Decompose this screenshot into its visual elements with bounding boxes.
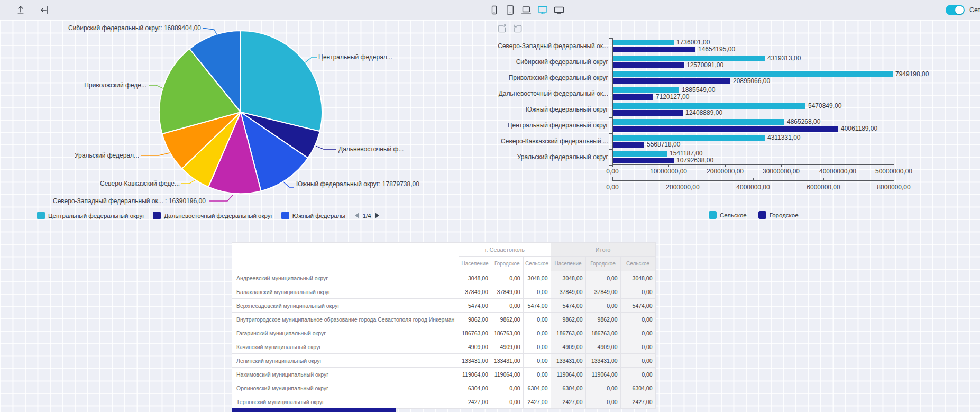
prev-arrow-icon [355, 213, 359, 218]
value-cell: 0,00 [620, 313, 655, 326]
bar-urban[interactable] [613, 47, 695, 52]
row-name-cell: Внутригородское муниципальное образовани… [232, 313, 459, 326]
bar-urban[interactable] [613, 142, 644, 148]
value-cell: 3048,00 [523, 271, 551, 285]
category-axis-tick [609, 70, 612, 70]
top-axis-tick [612, 164, 613, 167]
bar-urban[interactable] [613, 94, 653, 100]
top-axis-tick-label: 0,00 [581, 168, 644, 175]
value-cell: 9862,00 [491, 313, 523, 326]
grid-toggle[interactable] [946, 5, 965, 15]
pie-legend-item[interactable]: Центральный федеральный округ [37, 212, 144, 219]
value-cell: 0,00 [620, 285, 655, 299]
table-row[interactable]: Верхнесадовский муниципальный округ5474,… [232, 299, 656, 313]
pie-legend-item[interactable]: Дальневосточный федеральный округ [153, 212, 272, 219]
value-cell: 4909,00 [459, 340, 491, 354]
bottom-axis-tick-label: 4000000,00 [721, 184, 785, 191]
column-header[interactable]: Городское [585, 257, 620, 271]
legend-next-button[interactable] [375, 213, 379, 218]
grid-toggle-label: Сетка [969, 6, 980, 14]
column-header[interactable]: Сельское [523, 257, 551, 271]
value-cell: 119064,00 [551, 368, 585, 381]
column-header[interactable]: Городское [491, 257, 523, 271]
bottom-axis-tick-label: 0,00 [581, 184, 644, 191]
bar-rural[interactable] [613, 87, 679, 93]
category-axis-tick [609, 38, 612, 39]
bar-legend-item[interactable]: Сельское [709, 211, 747, 219]
bar-urban[interactable] [613, 110, 683, 116]
value-cell: 0,00 [491, 381, 523, 395]
table-row[interactable]: Внутригородское муниципальное образовани… [232, 313, 656, 326]
pie-callout-severozapadny: Северо-Западный федеральный ок... : 1639… [53, 197, 206, 205]
undo-zoom-icon [512, 23, 524, 34]
legend-swatch [153, 212, 161, 219]
top-axis-tick [668, 164, 669, 167]
bar-rural[interactable] [613, 71, 893, 77]
table-row[interactable]: Ленинский муниципальный округ133431,0013… [232, 354, 656, 368]
legend-swatch [709, 211, 717, 219]
value-cell: 37849,00 [551, 285, 585, 299]
device-phone-button[interactable] [487, 4, 501, 17]
category-axis-tick [609, 133, 612, 134]
box-zoom-icon [496, 23, 508, 34]
bar-urban[interactable] [613, 126, 838, 132]
top-axis-tick [894, 164, 894, 167]
table-row[interactable]: Гагаринский муниципальный округ186763,00… [232, 326, 656, 340]
column-header[interactable]: Сельское [620, 257, 655, 271]
bottom-axis-tick-label: 2000000,00 [651, 184, 715, 191]
device-desktop-button[interactable] [536, 4, 549, 17]
legend-swatch [281, 212, 289, 219]
bar-value-label: 5470849,00 [808, 102, 841, 109]
value-cell: 0,00 [523, 285, 551, 299]
table-row[interactable]: Балаклавский муниципальный округ37849,00… [232, 285, 656, 299]
bar-rural[interactable] [613, 151, 667, 157]
device-tv-button[interactable] [552, 4, 566, 17]
table-row[interactable]: Качинский муниципальный округ4909,004909… [232, 340, 656, 354]
zoom-reset-button[interactable] [511, 22, 525, 36]
value-cell: 2427,00 [523, 395, 551, 409]
column-header[interactable]: Население [551, 257, 585, 271]
bar-urban[interactable] [613, 62, 684, 68]
bar-category-label: Дальневосточный федеральный ок... [460, 90, 608, 97]
value-cell: 0,00 [523, 326, 551, 340]
bottom-axis-tick [612, 177, 613, 181]
device-tablet-button[interactable] [503, 4, 517, 17]
bar-rural[interactable] [613, 119, 784, 125]
category-axis-tick [609, 117, 612, 118]
table-scrollbar[interactable] [232, 408, 396, 412]
table-row[interactable]: Орлиновский муниципальный округ6304,000,… [232, 381, 656, 395]
column-header[interactable]: Население [459, 257, 491, 271]
table-row[interactable]: Нахимовский муниципальный округ119064,00… [232, 368, 656, 381]
bar-rural[interactable] [613, 103, 805, 109]
device-laptop-button[interactable] [519, 4, 533, 17]
bar-rural[interactable] [613, 56, 765, 61]
bar-value-label: 4865268,00 [787, 118, 820, 125]
bar-urban[interactable] [613, 78, 730, 84]
bar-urban[interactable] [613, 158, 674, 163]
value-cell: 5474,00 [551, 299, 585, 313]
top-axis-tick [781, 164, 782, 167]
bar-rural[interactable] [613, 40, 674, 45]
zoom-select-button[interactable] [495, 22, 509, 36]
next-arrow-icon [375, 213, 379, 218]
value-cell: 37849,00 [491, 285, 523, 299]
category-axis-tick [609, 86, 612, 86]
value-cell: 133431,00 [491, 354, 523, 368]
bar-rural[interactable] [613, 135, 765, 141]
upload-button[interactable] [14, 4, 28, 17]
top-axis-tick-label: 20000000,00 [693, 168, 757, 175]
table-row[interactable]: Андреевский муниципальный округ3048,000,… [232, 271, 656, 285]
value-cell: 0,00 [585, 299, 620, 313]
row-name-cell: Качинский муниципальный округ [232, 340, 459, 354]
bar-legend-item[interactable]: Городское [758, 211, 799, 219]
bar-value-label: 12408889,00 [685, 109, 722, 116]
bar-category-label: Северо-Западный федеральный ок... [460, 42, 608, 50]
legend-prev-button[interactable] [355, 213, 359, 218]
collapse-left-button[interactable] [38, 4, 52, 17]
pie-legend-item[interactable]: Южный федеральный ок [281, 212, 345, 219]
laptop-icon [520, 4, 532, 16]
value-cell: 0,00 [491, 395, 523, 409]
bar-category-label: Приволжский федеральный округ [460, 74, 608, 81]
table-row[interactable]: Терновский муниципальный округ2427,000,0… [232, 395, 656, 409]
category-axis-tick [609, 149, 612, 150]
